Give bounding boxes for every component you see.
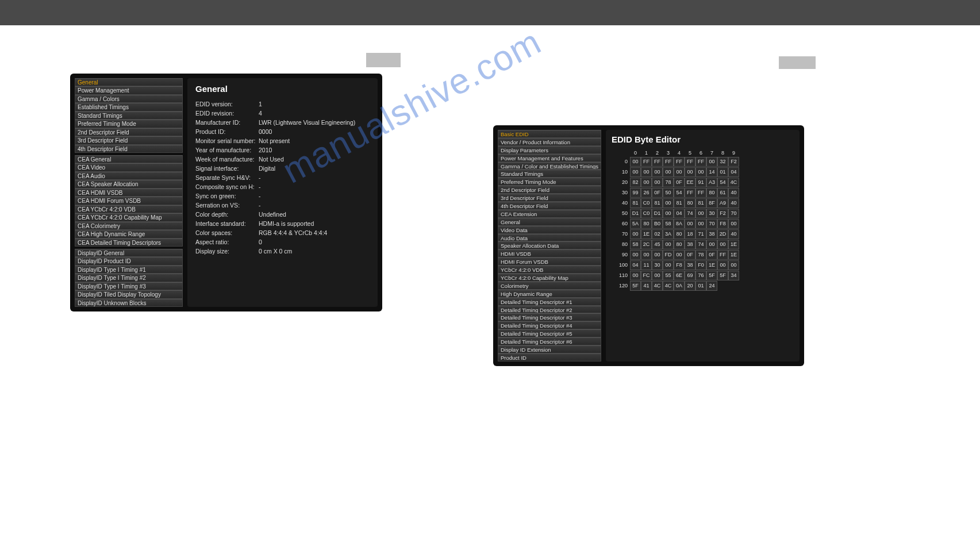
top-bar [0, 0, 980, 25]
